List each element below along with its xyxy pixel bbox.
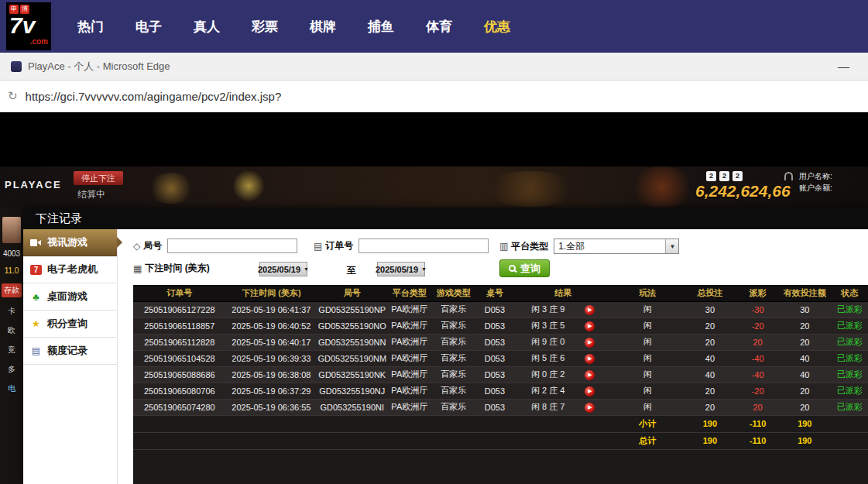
cell-valid: 20	[778, 399, 831, 415]
cell-table: D053	[475, 301, 513, 318]
sidebar-item-label: 视讯游戏	[47, 235, 87, 249]
column-header: 下注时间 (美东)	[226, 285, 317, 301]
cell-total: 20	[683, 334, 737, 350]
play-video-icon[interactable]: ▶	[585, 321, 595, 331]
order-input[interactable]	[359, 239, 489, 253]
cell-round: GD053255190NJ	[317, 383, 387, 399]
play-video-icon[interactable]: ▶	[585, 338, 595, 348]
minimize-button[interactable]: —	[830, 60, 857, 73]
left-strip-fragment: 4003	[1, 249, 22, 258]
site-logo[interactable]: 申 博 7v .com	[6, 2, 51, 50]
date-to-select[interactable]: 2025/05/19 ▼	[377, 262, 425, 276]
bet-time-label: 下注时间 (美东)	[145, 262, 209, 275]
nav-item-buyu[interactable]: 捕鱼	[368, 18, 394, 36]
nav-item-tiyu[interactable]: 体育	[426, 18, 452, 36]
cell-round: GD053255190NI	[317, 399, 387, 415]
cell-valid: 40	[778, 350, 831, 366]
left-strip-fragment: 11.0	[1, 266, 22, 275]
cell-result: 闲 3 庄 5▶	[514, 318, 612, 334]
round-tag-icon: ◇	[133, 241, 140, 252]
play-video-icon[interactable]: ▶	[585, 386, 595, 396]
nav-item-hot[interactable]: 热门	[77, 18, 104, 36]
cell-total: 40	[683, 350, 737, 366]
sidebar-item-label: 桌面游戏	[47, 290, 87, 304]
sidebar-item-slots[interactable]: 电子老虎机	[23, 256, 117, 283]
headset-icon	[784, 172, 793, 180]
nav-menu: 热门电子真人彩票棋牌捕鱼体育优惠	[77, 18, 510, 36]
round-filter: ◇ 局号	[133, 239, 297, 253]
nav-item-caipiao[interactable]: 彩票	[252, 18, 278, 36]
reload-icon[interactable]: ↻	[8, 89, 18, 103]
table-row: 2505190650807062025-05-19 06:37:29GD0532…	[133, 383, 868, 399]
cell-table: D053	[475, 383, 513, 399]
die-face: 2	[706, 171, 716, 181]
account-label: 账户余额:	[799, 182, 832, 194]
sum-valid: 190	[778, 432, 831, 449]
cell-status: 已派彩	[831, 301, 868, 318]
game-header-strip: PLAYACE 停止下注 结算中 222 6,242,624,66 用户名称:账…	[0, 166, 868, 208]
cell-order: 250519065118857	[133, 318, 226, 334]
table-header-row: 订单号下注时间 (美东)局号平台类型游戏类型桌号结果玩法总投注派彩有效投注额状态	[133, 285, 868, 301]
cell-platform: PA欧洲厅	[387, 383, 431, 399]
cell-game: 百家乐	[431, 383, 475, 399]
bet-time-filter: ▦ 下注时间 (美东)	[133, 262, 215, 275]
url-text[interactable]: https://gci.7vvvvvv.com/agingame/pcv2/in…	[26, 90, 282, 103]
cell-game: 百家乐	[431, 334, 475, 350]
screen: 申 博 7v .com 热门电子真人彩票棋牌捕鱼体育优惠 PlayAce - 个…	[0, 0, 868, 484]
nav-item-zhenren[interactable]: 真人	[194, 18, 220, 36]
stop-bet-button[interactable]: 停止下注	[74, 171, 123, 185]
cell-play: 闲	[612, 366, 683, 383]
cell-round: GD053255190NM	[317, 350, 387, 366]
modal-body: 视讯游戏电子老虎机桌面游戏积分查询额度记录 ◇ 局号 ▤ 订单号 ▥	[23, 229, 868, 484]
play-video-icon[interactable]: ▶	[585, 305, 595, 315]
video-camera-icon	[30, 238, 42, 248]
sidebar-item-points[interactable]: 积分查询	[23, 311, 117, 338]
cell-payout: 20	[737, 334, 778, 350]
platform-select[interactable]: 1.全部 ▼	[554, 239, 679, 254]
nav-item-dianzi[interactable]: 电子	[136, 18, 162, 36]
sidebar-item-video-games[interactable]: 视讯游戏	[23, 229, 117, 256]
platform-list-icon: ▥	[499, 241, 508, 252]
cell-game: 百家乐	[431, 318, 475, 334]
left-strip-fragment: 多	[1, 364, 22, 375]
bet-table-body: 2505190651272282025-05-19 06:41:37GD0532…	[133, 301, 868, 449]
column-header: 订单号	[133, 285, 226, 301]
column-header: 游戏类型	[431, 285, 475, 301]
cell-order: 250519065127228	[133, 301, 226, 318]
table-games-icon	[30, 292, 42, 302]
play-video-icon[interactable]: ▶	[585, 354, 595, 364]
result-text: 闲 2 庄 4	[531, 386, 564, 395]
left-strip-fragment: 卡	[1, 306, 22, 317]
cell-empty	[831, 432, 868, 449]
cell-platform: PA欧洲厅	[387, 399, 431, 415]
sidebar-item-quota[interactable]: 额度记录	[23, 338, 117, 365]
cell-status: 已派彩	[831, 318, 868, 334]
points-star-icon	[30, 319, 42, 329]
column-header: 总投注	[683, 285, 737, 301]
sum-total: 190	[683, 415, 737, 432]
cell-game: 百家乐	[431, 350, 475, 366]
play-video-icon[interactable]: ▶	[585, 370, 595, 380]
nav-item-qipai[interactable]: 棋牌	[310, 18, 336, 36]
nav-item-youhui[interactable]: 优惠	[484, 18, 510, 36]
date-from-select[interactable]: 2025/05/19 ▼	[259, 262, 307, 276]
cell-play: 闲	[612, 350, 683, 366]
bet-table: 订单号下注时间 (美东)局号平台类型游戏类型桌号结果玩法总投注派彩有效投注额状态…	[133, 285, 868, 450]
platform-selected-value: 1.全部	[558, 240, 585, 253]
sum-total: 190	[683, 432, 737, 449]
underlying-page-left-strip: 400311.0存款卡欧竞多电	[0, 208, 23, 484]
cell-round: GD053255190NK	[317, 366, 387, 383]
play-video-icon[interactable]: ▶	[585, 403, 595, 413]
bet-table-container: 订单号下注时间 (美东)局号平台类型游戏类型桌号结果玩法总投注派彩有效投注额状态…	[133, 285, 868, 484]
result-text: 闲 8 庄 7	[531, 402, 564, 411]
column-header: 局号	[317, 285, 387, 301]
search-button[interactable]: 查询	[499, 259, 550, 277]
cell-status: 已派彩	[831, 366, 868, 383]
round-input[interactable]	[167, 239, 297, 253]
jackpot-amount: 6,242,624,66	[695, 182, 791, 201]
window-favicon-icon	[11, 61, 22, 72]
to-label: 至	[347, 264, 356, 277]
sidebar-item-table-games[interactable]: 桌面游戏	[23, 283, 117, 311]
settling-label: 结算中	[77, 188, 105, 201]
cell-valid: 20	[778, 318, 831, 334]
